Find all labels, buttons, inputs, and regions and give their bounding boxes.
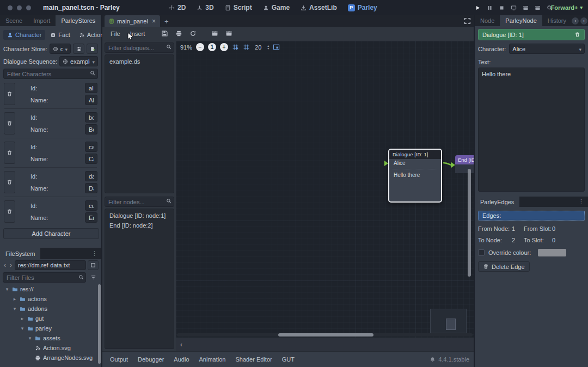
expander-icon[interactable] — [12, 296, 17, 302]
tree-item[interactable]: parley — [0, 323, 101, 333]
tab-parleynode[interactable]: ParleyNode — [500, 15, 542, 26]
notifications-bell-icon[interactable] — [430, 357, 436, 363]
character-id-input[interactable] — [85, 200, 97, 211]
tree-item[interactable]: assets — [0, 333, 101, 343]
tree-item[interactable]: res:// — [0, 284, 101, 294]
movie-writer-icon[interactable] — [535, 5, 541, 11]
window-close-button[interactable] — [8, 5, 13, 10]
delete-edge-button[interactable]: Delete Edge — [478, 261, 530, 272]
tab-script[interactable]: Script — [225, 4, 252, 11]
character-id-input[interactable] — [85, 171, 97, 181]
tree-item[interactable]: addons — [0, 304, 101, 314]
minimap-toggle-button[interactable] — [273, 44, 280, 51]
minimap-viewport[interactable] — [446, 319, 456, 330]
current-path-field[interactable] — [15, 260, 86, 270]
scrollbar-thumb[interactable] — [98, 284, 101, 364]
colour-swatch[interactable] — [538, 249, 566, 256]
vertical-scrollbar-thumb[interactable] — [468, 169, 471, 277]
tab-main-panel[interactable]: main_panel × — [105, 15, 160, 27]
test-dialogue-button[interactable] — [209, 28, 220, 39]
tab-history[interactable]: History — [542, 15, 572, 26]
zoom-out-button[interactable]: − — [196, 43, 204, 51]
expander-icon[interactable] — [4, 286, 10, 292]
window-controls[interactable] — [8, 5, 31, 10]
menu-file[interactable]: File — [107, 29, 124, 38]
snap-toggle-button[interactable] — [232, 44, 239, 51]
window-minimize-button[interactable] — [17, 5, 22, 10]
bottom-tab-audio[interactable]: Audio — [174, 356, 189, 363]
nav-back-icon[interactable]: ‹ — [3, 261, 7, 269]
expander-icon[interactable] — [27, 335, 33, 341]
delete-node-button[interactable] — [574, 32, 580, 38]
test-from-node-button[interactable] — [223, 28, 235, 39]
grid-toggle-button[interactable] — [243, 44, 250, 51]
window-zoom-button[interactable] — [26, 5, 31, 10]
tab-scene[interactable]: Scene — [0, 15, 28, 26]
list-item-dialogue-file[interactable]: example.ds — [105, 57, 174, 66]
pause-button[interactable] — [487, 5, 493, 11]
delete-character-button[interactable] — [4, 171, 15, 193]
expander-icon[interactable] — [20, 326, 25, 331]
tab-game[interactable]: Game — [263, 4, 290, 11]
close-tab-icon[interactable]: × — [152, 17, 156, 25]
history-forward-icon[interactable]: › — [580, 17, 587, 25]
panel-menu-icon[interactable] — [575, 198, 588, 205]
character-name-input[interactable] — [85, 124, 97, 134]
tab-node[interactable]: Node — [475, 15, 500, 26]
character-id-input[interactable] — [85, 83, 97, 93]
new-tab-button[interactable]: + — [160, 15, 173, 27]
tab-parley[interactable]: PParley — [348, 4, 377, 11]
panel-menu-icon[interactable] — [88, 250, 101, 257]
edges-section-header[interactable]: Edges: — [478, 211, 585, 221]
filter-files-input[interactable] — [3, 272, 86, 283]
subtab-character[interactable]: Character — [3, 30, 45, 40]
character-name-input[interactable] — [85, 183, 97, 193]
refresh-button[interactable] — [187, 28, 199, 39]
to-node-value[interactable]: 2 — [512, 237, 524, 243]
bottom-tab-gut[interactable]: GUT — [282, 356, 295, 363]
character-select[interactable]: Alice — [509, 44, 585, 54]
tree-item[interactable]: gut — [0, 314, 101, 323]
tree-item[interactable]: ArrangeNodes.svg — [0, 353, 101, 363]
movie-maker-icon[interactable] — [523, 5, 529, 11]
to-slot-value[interactable]: 0 — [552, 237, 563, 243]
save-store-button[interactable] — [73, 44, 84, 54]
character-id-input[interactable] — [85, 112, 97, 123]
character-id-input[interactable] — [85, 142, 97, 152]
zoom-in-button[interactable]: + — [220, 43, 228, 51]
save-dialogue-button[interactable] — [158, 28, 170, 39]
subtab-fact[interactable]: Fact — [46, 30, 74, 40]
delete-character-button[interactable] — [4, 112, 15, 134]
from-slot-value[interactable]: 0 — [552, 225, 563, 232]
tab-assetlib[interactable]: AssetLib — [301, 4, 337, 11]
expander-icon[interactable] — [20, 316, 25, 321]
history-back-icon[interactable]: ‹ — [572, 17, 579, 25]
snap-step-value[interactable]: 20 — [254, 44, 262, 51]
character-name-input[interactable] — [85, 212, 97, 223]
tab-parleyedges[interactable]: ParleyEdges — [475, 197, 519, 207]
list-item-node[interactable]: End [ID: node:2] — [105, 221, 174, 230]
tab-2d[interactable]: 2D — [169, 4, 186, 11]
horizontal-scrollbar-thumb[interactable] — [278, 333, 373, 337]
delete-character-button[interactable] — [4, 200, 15, 223]
bottom-tab-animation[interactable]: Animation — [199, 356, 226, 363]
character-name-input[interactable] — [85, 95, 97, 105]
stop-button[interactable] — [499, 5, 505, 11]
renderer-dropdown[interactable]: Forward+ — [551, 0, 583, 15]
tree-item[interactable]: actions — [0, 294, 101, 304]
bottom-tab-debugger[interactable]: Debugger — [138, 356, 164, 363]
collapse-sidebar-icon[interactable]: ‹ — [180, 341, 182, 348]
expand-panel-icon[interactable] — [464, 17, 471, 25]
list-item-node[interactable]: Dialogue [ID: node:1] — [105, 211, 174, 221]
tab-3d[interactable]: 3D — [197, 4, 213, 11]
graph-minimap[interactable] — [430, 309, 467, 333]
zoom-reset-button[interactable]: 1 — [208, 43, 216, 51]
tab-import[interactable]: Import — [28, 15, 56, 26]
character-store-dropdown[interactable]: cha — [50, 44, 71, 54]
play-button[interactable] — [475, 5, 481, 11]
delete-character-button[interactable] — [4, 83, 15, 105]
filter-characters-input[interactable] — [3, 69, 98, 79]
dialogue-text-input[interactable]: Hello there — [478, 68, 585, 192]
character-name-input[interactable] — [85, 154, 97, 164]
end-node-title[interactable]: End [ID — [455, 155, 474, 164]
